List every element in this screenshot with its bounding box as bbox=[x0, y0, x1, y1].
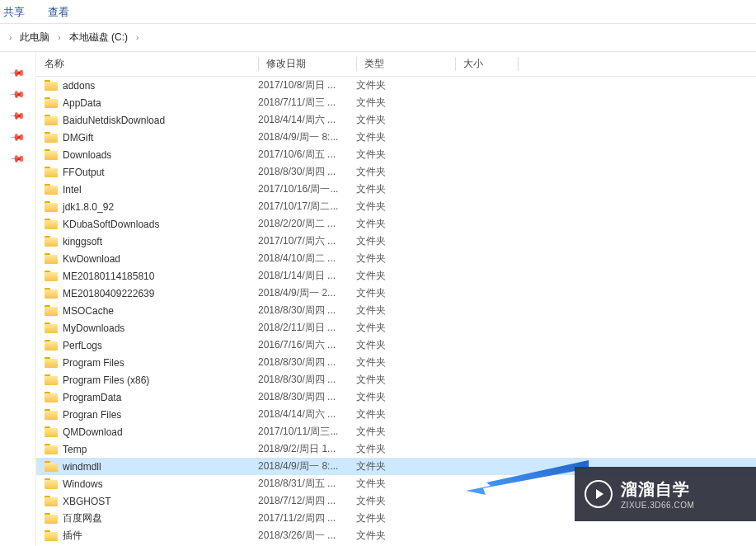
file-date: 2018/8/31/周五 ... bbox=[258, 477, 356, 491]
file-name: ME20180114185810 bbox=[63, 271, 154, 282]
play-icon bbox=[585, 480, 613, 508]
table-row[interactable]: addons2017/10/8/周日 ...文件夹 bbox=[36, 77, 756, 94]
file-date: 2018/2/20/周二 ... bbox=[258, 217, 356, 231]
file-date: 2018/4/10/周二 ... bbox=[258, 252, 356, 266]
file-type: 文件夹 bbox=[356, 529, 455, 543]
file-type: 文件夹 bbox=[356, 407, 455, 421]
file-type: 文件夹 bbox=[356, 338, 455, 352]
column-header-size[interactable]: 大小 bbox=[455, 57, 521, 71]
table-row[interactable]: Program Files (x86)2018/8/30/周四 ...文件夹 bbox=[36, 371, 756, 388]
column-header-type[interactable]: 类型 bbox=[356, 57, 455, 71]
column-header-name[interactable]: 名称 bbox=[36, 57, 258, 71]
folder-icon bbox=[45, 444, 58, 454]
file-date: 2018/8/30/周四 ... bbox=[258, 373, 356, 387]
file-name: MSOCache bbox=[63, 305, 114, 317]
file-name: AppData bbox=[63, 97, 101, 109]
folder-icon bbox=[45, 478, 58, 489]
file-date: 2018/4/14/周六 ... bbox=[258, 113, 356, 127]
table-row[interactable]: kinggsoft2017/10/7/周六 ...文件夹 bbox=[36, 233, 756, 250]
table-row[interactable]: MSOCache2018/8/30/周四 ...文件夹 bbox=[36, 302, 756, 319]
file-date: 2017/10/17/周二... bbox=[258, 200, 356, 214]
folder-icon bbox=[45, 271, 58, 281]
breadcrumb: › 此电脑 › 本地磁盘 (C:) › bbox=[0, 24, 756, 52]
table-row[interactable]: PerfLogs2016/7/16/周六 ...文件夹 bbox=[36, 337, 756, 354]
file-date: 2018/8/30/周四 ... bbox=[258, 165, 356, 179]
table-row[interactable]: Downloads2017/10/6/周五 ...文件夹 bbox=[36, 146, 756, 163]
table-row[interactable]: ProgramData2018/8/30/周四 ...文件夹 bbox=[36, 388, 756, 406]
table-row[interactable]: BaiduNetdiskDownload2018/4/14/周六 ...文件夹 bbox=[36, 111, 756, 129]
folder-icon bbox=[45, 426, 58, 437]
chevron-right-icon[interactable]: › bbox=[54, 33, 64, 42]
table-row[interactable]: 插件2018/3/26/周一 ...文件夹 bbox=[36, 527, 756, 544]
file-type: 文件夹 bbox=[356, 442, 455, 456]
file-name: PerfLogs bbox=[63, 340, 102, 351]
file-name: ProgramData bbox=[63, 392, 121, 403]
folder-icon bbox=[45, 80, 58, 91]
folder-icon bbox=[45, 322, 58, 333]
table-row[interactable]: AppData2018/7/11/周三 ...文件夹 bbox=[36, 94, 756, 111]
file-type: 文件夹 bbox=[356, 511, 455, 525]
file-name: Progran Files bbox=[63, 409, 121, 421]
table-row[interactable]: ME201804092226392018/4/9/周一 2...文件夹 bbox=[36, 285, 756, 302]
folder-icon bbox=[45, 357, 58, 368]
file-type: 文件夹 bbox=[356, 321, 455, 335]
table-row[interactable]: QMDownload2017/10/11/周三...文件夹 bbox=[36, 423, 756, 440]
table-row[interactable]: KwDownload2018/4/10/周二 ...文件夹 bbox=[36, 250, 756, 267]
table-row[interactable]: Progran Files2018/4/14/周六 ...文件夹 bbox=[36, 406, 756, 423]
file-date: 2017/10/8/周日 ... bbox=[258, 78, 356, 92]
folder-icon bbox=[45, 149, 58, 160]
folder-icon bbox=[45, 305, 58, 316]
folder-icon bbox=[45, 340, 58, 351]
file-type: 文件夹 bbox=[356, 373, 455, 387]
folder-icon bbox=[45, 513, 58, 524]
folder-icon bbox=[45, 530, 58, 541]
table-row[interactable]: MyDownloads2018/2/11/周日 ...文件夹 bbox=[36, 319, 756, 337]
file-type: 文件夹 bbox=[356, 425, 455, 439]
file-type: 文件夹 bbox=[356, 113, 455, 127]
folder-icon bbox=[45, 392, 58, 402]
folder-icon bbox=[45, 115, 58, 125]
file-name: 插件 bbox=[63, 529, 82, 543]
table-row[interactable]: jdk1.8.0_922017/10/17/周二...文件夹 bbox=[36, 198, 756, 215]
table-row[interactable]: DMGift2018/4/9/周一 8:...文件夹 bbox=[36, 129, 756, 146]
folder-icon bbox=[45, 219, 58, 229]
table-row[interactable]: Temp2018/9/2/周日 1...文件夹 bbox=[36, 440, 756, 458]
file-name: DMGift bbox=[63, 132, 93, 144]
breadcrumb-drive[interactable]: 本地磁盘 (C:) bbox=[68, 30, 129, 45]
file-type: 文件夹 bbox=[356, 200, 455, 214]
chevron-right-icon[interactable]: › bbox=[5, 33, 16, 42]
file-type: 文件夹 bbox=[356, 286, 455, 300]
file-type: 文件夹 bbox=[356, 459, 455, 473]
file-name: MyDownloads bbox=[63, 322, 124, 334]
file-date: 2017/10/6/周五 ... bbox=[258, 148, 356, 162]
file-date: 2018/7/12/周四 ... bbox=[258, 494, 356, 508]
menu-share[interactable]: 共享 bbox=[3, 5, 25, 20]
file-type: 文件夹 bbox=[356, 148, 455, 162]
file-name: jdk1.8.0_92 bbox=[63, 201, 114, 213]
file-type: 文件夹 bbox=[356, 78, 455, 92]
table-row[interactable]: ME201801141858102018/1/14/周日 ...文件夹 bbox=[36, 267, 756, 285]
menu-view[interactable]: 查看 bbox=[48, 5, 69, 20]
file-type: 文件夹 bbox=[356, 252, 455, 266]
file-name: Downloads bbox=[63, 149, 111, 161]
table-row[interactable]: Program Files2018/8/30/周四 ...文件夹 bbox=[36, 354, 756, 371]
folder-icon bbox=[45, 409, 58, 420]
folder-icon bbox=[45, 184, 58, 195]
top-menu-bar: 共享 查看 bbox=[0, 0, 756, 24]
column-header-date[interactable]: 修改日期 bbox=[258, 57, 356, 71]
file-name: BaiduNetdiskDownload bbox=[63, 115, 165, 126]
folder-icon bbox=[45, 236, 58, 247]
file-name: Windows bbox=[63, 478, 103, 490]
breadcrumb-this-pc[interactable]: 此电脑 bbox=[18, 30, 51, 45]
folder-icon bbox=[45, 496, 58, 506]
folder-icon bbox=[45, 374, 58, 385]
file-date: 2017/10/16/周一... bbox=[258, 182, 356, 196]
folder-icon bbox=[45, 461, 58, 472]
table-row[interactable]: Intel2017/10/16/周一...文件夹 bbox=[36, 181, 756, 198]
chevron-right-icon[interactable]: › bbox=[132, 33, 143, 42]
table-row[interactable]: FFOutput2018/8/30/周四 ...文件夹 bbox=[36, 163, 756, 181]
file-name: 百度网盘 bbox=[63, 511, 102, 525]
table-row[interactable]: KDubaSoftDownloads2018/2/20/周二 ...文件夹 bbox=[36, 215, 756, 233]
file-type: 文件夹 bbox=[356, 130, 455, 144]
file-name: KDubaSoftDownloads bbox=[63, 219, 159, 230]
